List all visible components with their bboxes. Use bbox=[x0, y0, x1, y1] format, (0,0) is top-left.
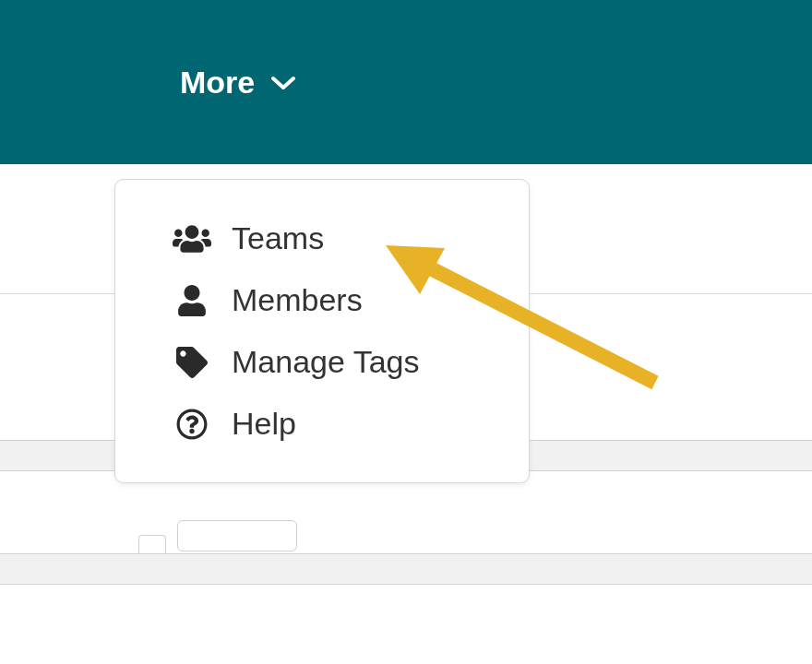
user-icon bbox=[173, 285, 211, 316]
menu-item-members[interactable]: Members bbox=[115, 269, 529, 331]
users-icon bbox=[173, 223, 211, 255]
tag-icon bbox=[173, 347, 211, 378]
menu-item-label: Teams bbox=[232, 220, 324, 256]
chevron-down-icon bbox=[271, 76, 295, 90]
more-dropdown-button[interactable]: More bbox=[180, 65, 295, 101]
menu-item-label: Members bbox=[232, 282, 363, 318]
more-dropdown-menu: Teams Members Manage Tags Help bbox=[114, 179, 530, 483]
navbar: More bbox=[0, 0, 812, 164]
mini-tab bbox=[138, 535, 166, 553]
more-label: More bbox=[180, 65, 255, 101]
menu-item-help[interactable]: Help bbox=[115, 393, 529, 455]
menu-item-manage-tags[interactable]: Manage Tags bbox=[115, 331, 529, 393]
menu-item-teams[interactable]: Teams bbox=[115, 208, 529, 269]
menu-item-label: Manage Tags bbox=[232, 344, 420, 380]
question-circle-icon bbox=[173, 409, 211, 440]
row-band-2 bbox=[0, 553, 812, 585]
mini-field bbox=[177, 520, 297, 551]
menu-item-label: Help bbox=[232, 406, 296, 442]
